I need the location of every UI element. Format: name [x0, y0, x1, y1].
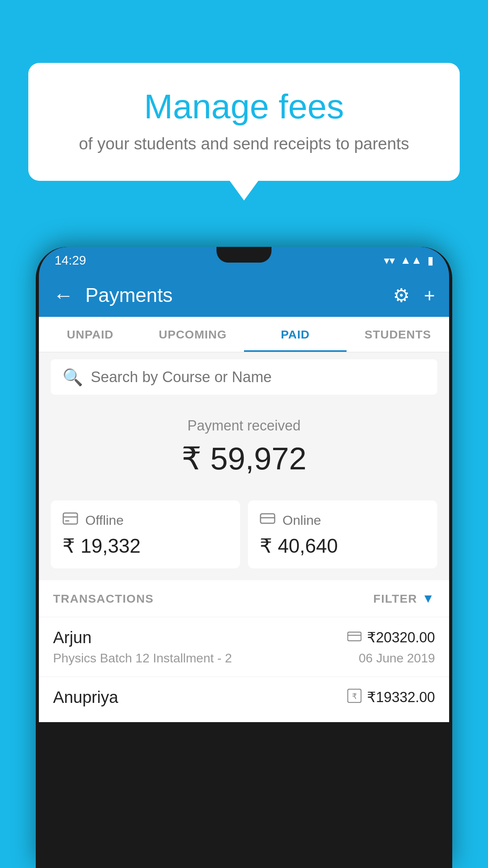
speech-bubble: Manage fees of your students and send re… — [28, 63, 460, 181]
course-info: Physics Batch 12 Installment - 2 — [53, 651, 232, 666]
tab-upcoming[interactable]: UPCOMING — [141, 317, 244, 352]
filter-icon: ▼ — [422, 591, 435, 606]
status-time: 14:29 — [55, 253, 86, 268]
svg-rect-3 — [261, 514, 275, 523]
payment-received-label: Payment received — [51, 417, 437, 434]
filter-button[interactable]: FILTER ▼ — [373, 591, 435, 606]
page-title: Payments — [85, 284, 393, 307]
offline-label: Offline — [85, 513, 124, 528]
search-bar[interactable]: 🔍 — [51, 359, 437, 395]
online-card: Online ₹ 40,640 — [248, 500, 437, 568]
bubble-heading: Manage fees — [48, 86, 440, 127]
tabs-bar: UNPAID UPCOMING PAID STUDENTS — [39, 317, 449, 352]
transactions-header: TRANSACTIONS FILTER ▼ — [39, 580, 449, 617]
offline-amount: ₹ 19,332 — [62, 535, 228, 557]
search-container: 🔍 — [39, 352, 449, 402]
online-card-header: Online — [260, 511, 426, 529]
search-icon: 🔍 — [62, 368, 83, 387]
transaction-row-top: Arjun ₹20320.00 — [53, 628, 435, 647]
payment-cards-row: Offline ₹ 19,332 Online ₹ 40,640 — [39, 500, 449, 580]
transaction-row-bottom: Physics Batch 12 Installment - 2 06 June… — [53, 651, 435, 666]
status-icons: ▾▾ ▲▲ ▮ — [384, 254, 433, 267]
battery-icon: ▮ — [427, 254, 433, 267]
svg-text:₹: ₹ — [352, 692, 357, 701]
wifi-icon: ▾▾ — [384, 254, 395, 267]
phone-frame: 14:29 ▾▾ ▲▲ ▮ ← Payments ⚙ + UNPAID UPCO… — [36, 247, 452, 868]
svg-rect-5 — [348, 632, 361, 641]
amount-column: ₹20320.00 — [347, 629, 435, 646]
app-bar: ← Payments ⚙ + — [39, 274, 449, 317]
transaction-row-top: Anupriya ₹ ₹19332.00 — [53, 688, 435, 707]
app-bar-icons: ⚙ + — [393, 284, 435, 306]
search-input[interactable] — [91, 369, 426, 386]
transaction-row[interactable]: Arjun ₹20320.00 Physics Batch 12 Install… — [39, 617, 449, 677]
bubble-subtext: of your students and send receipts to pa… — [48, 134, 440, 153]
transaction-amount: ₹19332.00 — [367, 689, 435, 706]
filter-label: FILTER — [373, 592, 417, 605]
payment-received-section: Payment received ₹ 59,972 — [39, 402, 449, 500]
tab-unpaid[interactable]: UNPAID — [39, 317, 141, 352]
tab-paid[interactable]: PAID — [244, 317, 347, 352]
credit-card-icon — [347, 631, 361, 645]
status-bar: 14:29 ▾▾ ▲▲ ▮ — [39, 247, 449, 274]
back-button[interactable]: ← — [53, 283, 73, 307]
svg-rect-0 — [63, 513, 77, 524]
student-name: Anupriya — [53, 688, 118, 707]
amount-column: ₹ ₹19332.00 — [347, 689, 435, 706]
student-name: Arjun — [53, 628, 92, 647]
rupee-icon: ₹ — [347, 689, 361, 706]
phone-inner: 14:29 ▾▾ ▲▲ ▮ ← Payments ⚙ + UNPAID UPCO… — [39, 247, 449, 868]
payment-received-amount: ₹ 59,972 — [51, 440, 437, 477]
notch — [216, 247, 272, 263]
transactions-label: TRANSACTIONS — [53, 592, 154, 605]
add-icon[interactable]: + — [424, 285, 435, 306]
online-label: Online — [283, 513, 321, 528]
offline-icon — [62, 511, 78, 529]
offline-card-header: Offline — [62, 511, 228, 529]
online-icon — [260, 511, 275, 529]
settings-icon[interactable]: ⚙ — [393, 284, 410, 306]
transaction-amount: ₹20320.00 — [367, 629, 435, 646]
tab-students[interactable]: STUDENTS — [347, 317, 449, 352]
transaction-row[interactable]: Anupriya ₹ ₹19332.00 — [39, 677, 449, 722]
date-info: 06 June 2019 — [359, 651, 435, 666]
online-amount: ₹ 40,640 — [260, 535, 426, 557]
offline-card: Offline ₹ 19,332 — [51, 500, 240, 568]
signal-icon: ▲▲ — [400, 254, 422, 267]
